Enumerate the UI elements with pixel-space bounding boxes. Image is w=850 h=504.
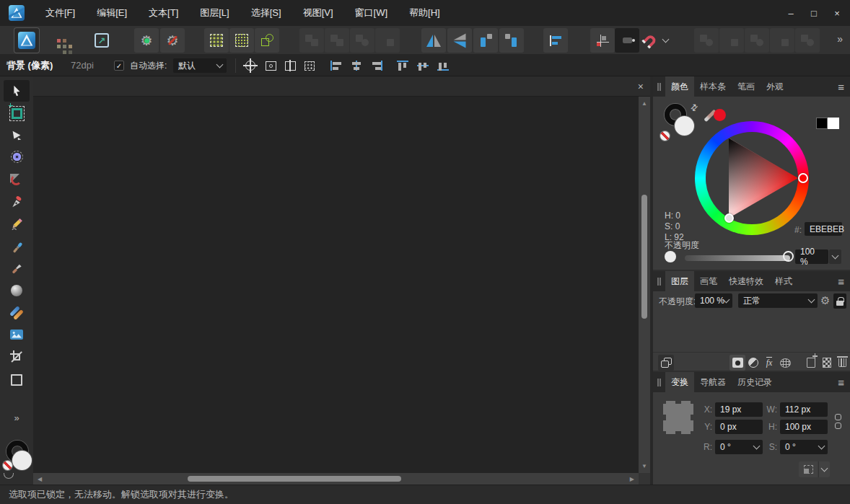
no-color-swatch[interactable] [660, 131, 670, 141]
minimize-button[interactable]: – [779, 0, 802, 26]
snapping-dropdown[interactable] [660, 28, 671, 53]
scroll-right-icon[interactable]: ▶ [630, 476, 634, 482]
document-area[interactable]: × ▲ ▼ ◀ ▶ [33, 76, 650, 485]
panel-menu-icon[interactable]: ≡ [838, 377, 844, 388]
shear-dropdown[interactable]: 0 ° [780, 440, 828, 454]
corner-tool[interactable] [4, 169, 30, 190]
designer-persona-button[interactable] [14, 28, 39, 53]
tab-appearance[interactable]: 外观 [761, 76, 789, 97]
move-tool[interactable] [4, 80, 30, 102]
place-image-tool[interactable] [4, 324, 30, 345]
anchor-point-selector[interactable] [663, 401, 693, 434]
tab-brushes[interactable]: 画笔 [694, 271, 723, 291]
flip-horizontal-button[interactable] [421, 28, 446, 53]
color-wheel[interactable] [695, 121, 809, 235]
align-left-button[interactable] [327, 58, 346, 74]
artboard-tool[interactable] [4, 103, 30, 123]
pen-tool[interactable] [4, 192, 30, 212]
hide-selection-button[interactable] [261, 58, 280, 74]
black-swatch[interactable] [816, 118, 828, 129]
swap-colors-icon[interactable]: ⇄ [688, 101, 701, 113]
color-selector[interactable] [724, 213, 734, 223]
pixel-persona-button[interactable] [46, 28, 71, 53]
rotate-ccw-button[interactable] [473, 28, 498, 53]
tab-color[interactable]: 颜色 [665, 76, 694, 97]
menu-view[interactable]: 视图[V] [292, 0, 344, 26]
blend-mode-dropdown[interactable]: 正常 [738, 293, 818, 308]
link-aspect-icon[interactable] [835, 414, 841, 429]
menu-window[interactable]: 窗口[W] [344, 0, 399, 26]
snap-shapes-button[interactable] [255, 28, 279, 53]
panel-menu-icon[interactable]: ≡ [838, 276, 844, 287]
transform-mode-dropdown[interactable] [818, 461, 830, 477]
y-input[interactable]: 0 px [715, 420, 763, 434]
opacity-dropdown[interactable] [829, 249, 841, 264]
hex-input[interactable]: EBEBEB [805, 222, 842, 236]
lock-layer-button[interactable] [833, 293, 846, 309]
snap-grid-button[interactable] [204, 28, 229, 53]
layer-opacity-dropdown[interactable]: 100 % [695, 293, 732, 308]
align-bottom-button[interactable] [434, 58, 452, 74]
more-tools-button[interactable]: » [0, 412, 33, 423]
panel-grip-icon[interactable] [657, 83, 661, 91]
blend-options-gear-icon[interactable]: ⚙ [820, 293, 830, 309]
mask-layer-button[interactable] [729, 355, 745, 371]
rectangle-tool[interactable] [4, 370, 30, 390]
knife-tool[interactable] [4, 259, 30, 279]
close-button[interactable]: × [825, 0, 849, 26]
transform-objects-button[interactable] [281, 58, 299, 74]
align-top-button[interactable] [393, 58, 412, 74]
toolbar-overflow-button[interactable]: » [837, 33, 843, 45]
tab-layers[interactable]: 图层 [665, 271, 694, 291]
cycle-selection-toggle[interactable] [615, 28, 639, 53]
auto-select-checkbox[interactable]: ✓ [114, 61, 124, 71]
x-input[interactable]: 19 px [715, 402, 763, 417]
menu-select[interactable]: 选择[S] [240, 0, 292, 26]
tab-swatches[interactable]: 样本条 [694, 76, 732, 97]
menu-edit[interactable]: 编辑[E] [86, 0, 138, 26]
export-persona-button[interactable]: ↗ [89, 28, 114, 53]
hue-selector[interactable] [798, 173, 808, 183]
rotation-dropdown[interactable]: 0 ° [715, 440, 763, 454]
opacity-slider-handle[interactable] [783, 251, 794, 262]
vector-brush-tool[interactable] [4, 237, 30, 257]
layer-effects-button[interactable]: fx [761, 355, 777, 371]
maximize-button[interactable]: □ [802, 0, 825, 26]
scroll-up-icon[interactable]: ▲ [641, 100, 647, 107]
menu-text[interactable]: 文本[T] [138, 0, 189, 26]
white-swatch[interactable] [828, 118, 839, 129]
group-layers-button[interactable] [658, 355, 674, 371]
auto-select-dropdown[interactable]: 默认 [173, 58, 227, 73]
vertical-scrollbar[interactable]: ▲ ▼ [639, 97, 650, 473]
align-right-button[interactable] [367, 58, 386, 74]
point-transform-tool[interactable] [4, 146, 30, 167]
tab-quick-fx[interactable]: 快速特效 [723, 271, 769, 291]
scroll-left-icon[interactable]: ◀ [38, 476, 42, 482]
menu-help[interactable]: 帮助[H] [398, 0, 451, 26]
show-rotation-center-button[interactable] [241, 58, 260, 74]
align-center-button[interactable] [347, 58, 366, 74]
adjustment-layer-button[interactable] [745, 355, 761, 371]
snap-pixel-button[interactable] [229, 28, 254, 53]
no-color-swatch[interactable] [3, 461, 12, 470]
fill-tool[interactable] [4, 280, 30, 301]
h-input[interactable]: 100 px [780, 420, 828, 434]
snapping-gear-button[interactable]: ⚙ [134, 28, 159, 53]
panel-grip-icon[interactable] [657, 278, 661, 286]
swap-colors-icon[interactable] [4, 473, 14, 479]
pencil-tool[interactable] [4, 214, 30, 234]
tab-navigator[interactable]: 导航器 [694, 372, 732, 392]
new-pixel-layer-button[interactable] [819, 355, 835, 371]
panel-grip-icon[interactable] [657, 379, 661, 386]
tab-styles[interactable]: 样式 [769, 271, 798, 291]
pixel-align-button[interactable] [300, 58, 319, 74]
tab-stroke[interactable]: 笔画 [732, 76, 761, 97]
rotate-cw-button[interactable] [499, 28, 524, 53]
layer-list[interactable] [653, 311, 850, 352]
menu-layer[interactable]: 图层[L] [189, 0, 240, 26]
w-input[interactable]: 112 px [780, 402, 828, 417]
opacity-value-input[interactable]: 100 % [795, 249, 828, 264]
menu-file[interactable]: 文件[F] [35, 0, 86, 26]
black-white-swatch[interactable] [816, 118, 839, 129]
disable-gear-button[interactable]: ⚙ [160, 28, 185, 53]
